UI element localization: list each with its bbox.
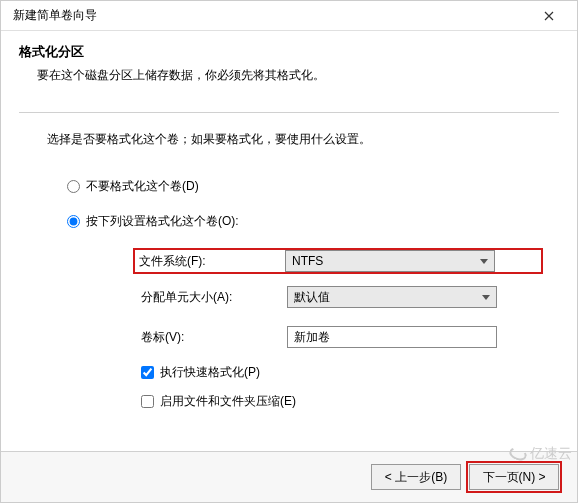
filesystem-row: 文件系统(F): NTFS bbox=[133, 248, 543, 274]
close-icon[interactable] bbox=[529, 2, 569, 30]
alloc-value: 默认值 bbox=[294, 289, 482, 306]
alloc-row: 分配单元大小(A): 默认值 bbox=[137, 284, 559, 310]
section-title: 格式化分区 bbox=[19, 43, 559, 61]
content-area: 格式化分区 要在这个磁盘分区上储存数据，你必须先将其格式化。 选择是否要格式化这… bbox=[1, 31, 577, 451]
format-settings: 文件系统(F): NTFS 分配单元大小(A): 默认值 卷标(V): bbox=[137, 248, 559, 410]
volume-row: 卷标(V): bbox=[137, 324, 559, 350]
back-button[interactable]: < 上一步(B) bbox=[371, 464, 461, 490]
radio-format-with[interactable]: 按下列设置格式化这个卷(O): bbox=[67, 213, 559, 230]
titlebar: 新建简单卷向导 bbox=[1, 1, 577, 31]
filesystem-select[interactable]: NTFS bbox=[285, 250, 495, 272]
volume-label: 卷标(V): bbox=[137, 329, 287, 346]
radio-no-format[interactable]: 不要格式化这个卷(D) bbox=[67, 178, 559, 195]
chevron-down-icon bbox=[480, 259, 488, 264]
instruction-text: 选择是否要格式化这个卷；如果要格式化，要使用什么设置。 bbox=[47, 131, 559, 148]
volume-input[interactable] bbox=[287, 326, 497, 348]
next-button[interactable]: 下一页(N) > bbox=[469, 464, 559, 490]
compress-row[interactable]: 启用文件和文件夹压缩(E) bbox=[141, 393, 559, 410]
radio-no-format-label: 不要格式化这个卷(D) bbox=[86, 178, 199, 195]
footer: < 上一步(B) 下一页(N) > bbox=[1, 451, 577, 502]
radio-no-format-input[interactable] bbox=[67, 180, 80, 193]
quick-format-row[interactable]: 执行快速格式化(P) bbox=[141, 364, 559, 381]
filesystem-value: NTFS bbox=[292, 254, 480, 268]
radio-group: 不要格式化这个卷(D) 按下列设置格式化这个卷(O): 文件系统(F): NTF… bbox=[67, 178, 559, 410]
quick-format-label: 执行快速格式化(P) bbox=[160, 364, 260, 381]
alloc-select[interactable]: 默认值 bbox=[287, 286, 497, 308]
chevron-down-icon bbox=[482, 295, 490, 300]
wizard-window: 新建简单卷向导 格式化分区 要在这个磁盘分区上储存数据，你必须先将其格式化。 选… bbox=[0, 0, 578, 503]
section-description: 要在这个磁盘分区上储存数据，你必须先将其格式化。 bbox=[37, 67, 559, 84]
compress-checkbox[interactable] bbox=[141, 395, 154, 408]
alloc-label: 分配单元大小(A): bbox=[137, 289, 287, 306]
compress-label: 启用文件和文件夹压缩(E) bbox=[160, 393, 296, 410]
divider bbox=[19, 112, 559, 113]
radio-format-with-input[interactable] bbox=[67, 215, 80, 228]
window-title: 新建简单卷向导 bbox=[13, 7, 529, 24]
radio-format-with-label: 按下列设置格式化这个卷(O): bbox=[86, 213, 239, 230]
filesystem-label: 文件系统(F): bbox=[135, 253, 285, 270]
quick-format-checkbox[interactable] bbox=[141, 366, 154, 379]
